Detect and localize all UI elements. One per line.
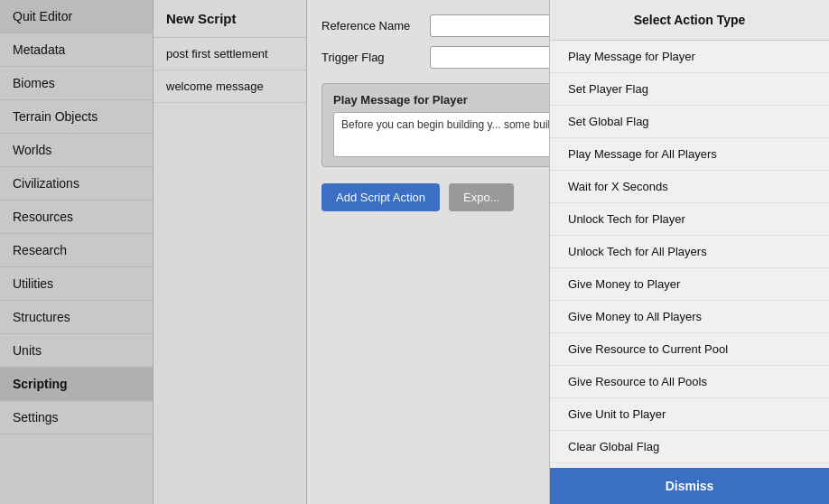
reference-name-label: Reference Name — [321, 19, 421, 33]
script-item[interactable]: post first settlement — [154, 38, 306, 70]
add-script-action-button[interactable]: Add Script Action — [321, 183, 440, 211]
dropdown-item[interactable]: Set Global Flag — [550, 106, 829, 138]
sidebar-item-research[interactable]: Research — [0, 234, 153, 267]
dropdown-footer: Dismiss — [550, 468, 829, 504]
sidebar-item-structures[interactable]: Structures — [0, 301, 153, 334]
dropdown-item[interactable]: Give Money to All Players — [550, 301, 829, 333]
dismiss-button[interactable]: Dismiss — [550, 468, 829, 504]
sidebar: Quit EditorMetadataBiomesTerrain Objects… — [0, 0, 154, 504]
sidebar-item-terrain-objects[interactable]: Terrain Objects — [0, 100, 153, 134]
dropdown-item[interactable]: Unlock Tech for All Players — [550, 236, 829, 268]
trigger-flag-label: Trigger Flag — [321, 51, 421, 64]
sidebar-item-resources[interactable]: Resources — [0, 201, 153, 234]
script-item[interactable]: welcome message — [154, 70, 306, 103]
sidebar-item-scripting[interactable]: Scripting — [0, 368, 153, 401]
dropdown-item[interactable]: Give Resource to All Pools — [550, 366, 829, 398]
sidebar-item-biomes[interactable]: Biomes — [0, 67, 153, 100]
main-content: Reference Name Trigger Flag Play Message… — [307, 0, 829, 504]
dropdown-list: Play Message for PlayerSet Player FlagSe… — [550, 41, 829, 468]
dropdown-item[interactable]: Set Player Flag — [550, 73, 829, 106]
scripts-header: New Script — [154, 0, 306, 38]
dropdown-item[interactable]: Give Unit to Player — [550, 398, 829, 431]
dropdown-item[interactable]: Clear Global Flag — [550, 431, 829, 463]
dropdown-item[interactable]: Wait for X Seconds — [550, 171, 829, 203]
export-button[interactable]: Expo... — [449, 183, 514, 211]
sidebar-item-civilizations[interactable]: Civilizations — [0, 167, 153, 201]
sidebar-item-quit-editor[interactable]: Quit Editor — [0, 0, 153, 33]
sidebar-item-metadata[interactable]: Metadata — [0, 33, 153, 67]
sidebar-item-settings[interactable]: Settings — [0, 401, 153, 434]
action-type-dropdown: Select Action Type Play Message for Play… — [549, 0, 829, 504]
sidebar-item-utilities[interactable]: Utilities — [0, 267, 153, 301]
dropdown-item[interactable]: Play Message for All Players — [550, 138, 829, 171]
dropdown-item[interactable]: Give Resource to Current Pool — [550, 333, 829, 366]
dropdown-item[interactable]: Play Message for Player — [550, 41, 829, 73]
dropdown-header: Select Action Type — [550, 0, 829, 41]
dropdown-item[interactable]: Unlock Tech for Player — [550, 203, 829, 236]
scripts-panel: New Script post first settlementwelcome … — [154, 0, 307, 504]
sidebar-item-worlds[interactable]: Worlds — [0, 134, 153, 167]
dropdown-item[interactable]: Give Money to Player — [550, 268, 829, 301]
sidebar-item-units[interactable]: Units — [0, 334, 153, 368]
